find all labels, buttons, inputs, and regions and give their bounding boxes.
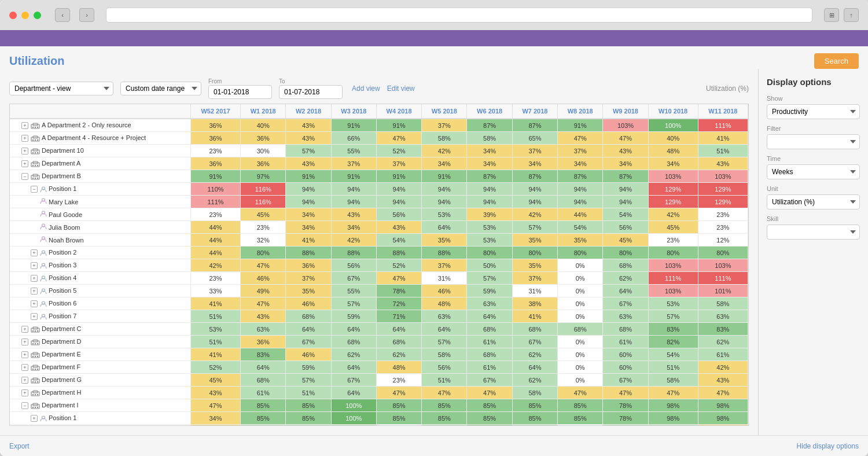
data-cell: 72% bbox=[376, 297, 421, 310]
window-action-1[interactable]: ⊞ bbox=[824, 8, 839, 22]
date-range-select[interactable]: Custom date range bbox=[120, 82, 201, 95]
unit-select[interactable]: Utilization (%) bbox=[767, 194, 860, 209]
data-cell: 48% bbox=[648, 145, 698, 157]
expand-icon[interactable]: + bbox=[21, 351, 28, 358]
expand-icon[interactable]: − bbox=[31, 186, 38, 193]
svg-point-40 bbox=[37, 330, 38, 331]
close-button[interactable] bbox=[9, 12, 17, 19]
expand-icon[interactable]: + bbox=[21, 364, 28, 371]
expand-icon[interactable]: + bbox=[21, 377, 28, 384]
svg-point-39 bbox=[35, 330, 36, 331]
data-cell: 59% bbox=[467, 285, 512, 297]
row-name: Julia Boom bbox=[49, 224, 80, 231]
data-cell: 129% bbox=[698, 196, 748, 208]
show-select[interactable]: Productivity bbox=[767, 104, 860, 119]
svg-point-63 bbox=[32, 394, 34, 395]
time-select[interactable]: Weeks bbox=[767, 164, 860, 179]
expand-icon[interactable]: − bbox=[21, 173, 28, 180]
expand-icon[interactable]: + bbox=[21, 135, 28, 142]
data-cell: 0% bbox=[558, 348, 603, 361]
expand-icon[interactable]: + bbox=[31, 300, 38, 307]
to-date-input[interactable] bbox=[279, 85, 343, 99]
row-label-cell: +Position 3 bbox=[10, 259, 190, 272]
data-cell: 35% bbox=[190, 425, 240, 426]
data-cell: 23% bbox=[241, 221, 286, 234]
export-link[interactable]: Export bbox=[9, 442, 30, 450]
expand-icon[interactable]: + bbox=[21, 389, 28, 396]
expand-icon[interactable]: + bbox=[31, 415, 38, 422]
expand-icon[interactable]: + bbox=[21, 122, 28, 129]
data-cell: 47% bbox=[241, 259, 286, 272]
department-icon bbox=[31, 365, 40, 371]
data-cell: 85% bbox=[241, 399, 286, 412]
from-date-input[interactable] bbox=[208, 85, 272, 99]
expand-icon[interactable]: + bbox=[31, 288, 38, 295]
data-cell: 34% bbox=[286, 221, 331, 234]
svg-point-64 bbox=[35, 394, 36, 395]
col-w2-2018: W2 2018 bbox=[286, 104, 331, 119]
from-date-wrap: From bbox=[208, 78, 272, 99]
data-cell: 103% bbox=[648, 285, 698, 297]
expand-icon[interactable]: + bbox=[31, 262, 38, 269]
data-cell: 44% bbox=[190, 234, 240, 247]
data-cell: 68% bbox=[286, 310, 331, 323]
svg-point-24 bbox=[37, 177, 38, 178]
minimize-button[interactable] bbox=[21, 12, 29, 19]
data-cell: 23% bbox=[698, 221, 748, 234]
position-icon bbox=[40, 314, 47, 320]
data-cell: 68% bbox=[467, 348, 512, 361]
filter-select[interactable] bbox=[767, 134, 860, 149]
table-row: +Department E41%83%46%62%62%58%68%62%0%6… bbox=[10, 348, 748, 361]
expand-icon[interactable]: + bbox=[21, 326, 28, 333]
data-cell: 56% bbox=[603, 221, 648, 234]
data-cell: 63% bbox=[603, 310, 648, 323]
expand-icon[interactable]: + bbox=[31, 275, 38, 282]
data-cell: 23% bbox=[648, 234, 698, 247]
department-icon bbox=[31, 148, 40, 155]
address-bar[interactable] bbox=[106, 8, 812, 23]
data-cell: 37% bbox=[422, 259, 467, 272]
expand-icon[interactable]: + bbox=[31, 313, 38, 320]
data-cell: 100% bbox=[331, 399, 376, 412]
expand-icon[interactable]: + bbox=[31, 249, 38, 256]
expand-icon[interactable]: + bbox=[21, 160, 28, 167]
row-label-cell: +Position 2 bbox=[10, 247, 190, 259]
data-cell: 85% bbox=[422, 412, 467, 425]
data-cell: 46% bbox=[698, 425, 748, 426]
expand-icon[interactable]: + bbox=[21, 339, 28, 345]
department-icon bbox=[31, 352, 40, 358]
fullscreen-button[interactable] bbox=[34, 12, 41, 19]
data-cell: 41% bbox=[190, 348, 240, 361]
search-button[interactable]: Search bbox=[814, 53, 859, 69]
back-button[interactable]: ‹ bbox=[55, 8, 70, 22]
view-select[interactable]: Department - view bbox=[9, 82, 113, 95]
data-cell: 78% bbox=[603, 412, 648, 425]
add-view-link[interactable]: Add view bbox=[352, 84, 380, 93]
utilization-table-wrap[interactable]: W52 2017 W1 2018 W2 2018 W3 2018 W4 2018… bbox=[9, 104, 749, 426]
data-cell: 61% bbox=[467, 361, 512, 374]
data-cell: 103% bbox=[648, 170, 698, 183]
hide-display-options-link[interactable]: Hide display options bbox=[797, 442, 859, 450]
edit-view-link[interactable]: Edit view bbox=[387, 84, 415, 93]
data-cell: 68% bbox=[331, 336, 376, 348]
row-label-cell: +Department C bbox=[10, 323, 190, 336]
data-cell: 64% bbox=[376, 323, 421, 336]
data-cell: 78% bbox=[603, 399, 648, 412]
table-row: +Department F52%64%59%64%48%56%61%64%0%6… bbox=[10, 361, 748, 374]
data-cell: 23% bbox=[190, 145, 240, 157]
expand-icon[interactable]: − bbox=[21, 402, 28, 409]
row-label-cell: +Position 7 bbox=[10, 310, 190, 323]
expand-icon[interactable]: + bbox=[21, 148, 28, 155]
data-cell: 53% bbox=[467, 221, 512, 234]
data-cell: 80% bbox=[558, 247, 603, 259]
data-cell: 85% bbox=[512, 412, 557, 425]
data-cell: 46% bbox=[241, 272, 286, 285]
window-action-2[interactable]: ↑ bbox=[844, 8, 859, 22]
svg-point-65 bbox=[37, 394, 38, 395]
data-cell: 47% bbox=[190, 399, 240, 412]
person-icon bbox=[40, 211, 47, 217]
skill-select[interactable] bbox=[767, 225, 860, 240]
data-cell: 23% bbox=[190, 208, 240, 221]
data-cell: 58% bbox=[422, 348, 467, 361]
forward-button[interactable]: › bbox=[79, 8, 94, 22]
